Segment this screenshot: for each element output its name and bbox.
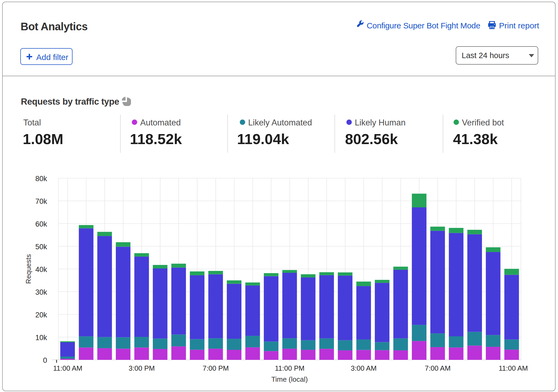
svg-text:Time (local): Time (local) bbox=[271, 375, 308, 383]
svg-text:11:00 AM: 11:00 AM bbox=[499, 364, 528, 372]
svg-text:10k: 10k bbox=[35, 334, 47, 342]
svg-text:40k: 40k bbox=[35, 265, 47, 274]
svg-text:11:00 PM: 11:00 PM bbox=[275, 364, 304, 372]
svg-text:7:00 AM: 7:00 AM bbox=[425, 364, 451, 372]
svg-text:3:00 AM: 3:00 AM bbox=[351, 364, 376, 372]
svg-text:Requests: Requests bbox=[24, 254, 32, 284]
svg-text:50k: 50k bbox=[35, 243, 47, 251]
svg-text:70k: 70k bbox=[35, 197, 47, 205]
svg-text:11:00 AM: 11:00 AM bbox=[53, 364, 82, 372]
svg-text:20k: 20k bbox=[35, 311, 47, 319]
svg-text:30k: 30k bbox=[35, 288, 47, 296]
svg-text:7:00 PM: 7:00 PM bbox=[203, 364, 229, 372]
svg-text:80k: 80k bbox=[35, 175, 47, 183]
svg-text:0: 0 bbox=[43, 356, 47, 364]
svg-text:3:00 PM: 3:00 PM bbox=[129, 364, 155, 372]
svg-text:60k: 60k bbox=[35, 220, 47, 228]
